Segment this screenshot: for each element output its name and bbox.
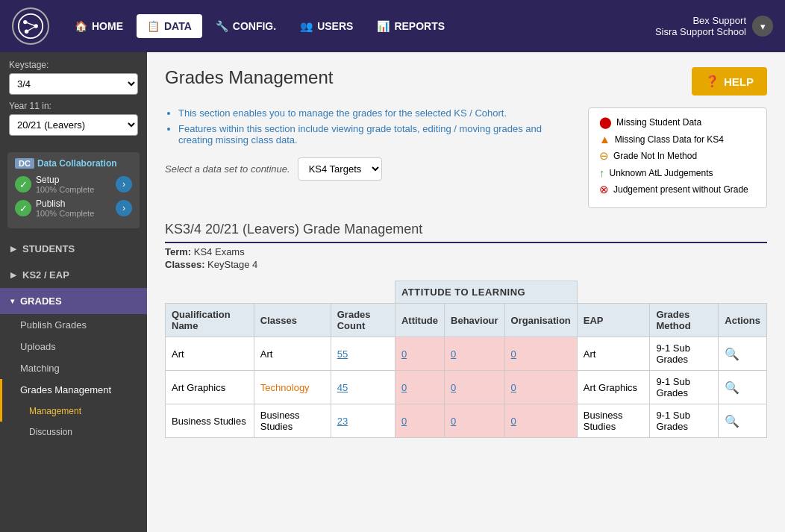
main-content: Grades Management ❓ HELP This section en… — [147, 52, 785, 532]
dc-publish-arrow[interactable]: › — [116, 200, 132, 216]
cell-eap-1: Art Graphics — [577, 371, 650, 404]
legend-unknown-atl-icon: ↑ — [599, 166, 605, 179]
sidebar-sub-discussion[interactable]: Discussion — [0, 422, 147, 442]
col-behaviour: Behaviour — [445, 304, 505, 337]
col-attitude: Attitude — [395, 304, 444, 337]
dataset-label: Select a data set to continue. — [165, 163, 290, 175]
cell-actions-0: 🔍 — [719, 337, 767, 371]
nav-items: 🏠 HOME 📋 DATA 🔧 CONFIG. 👥 USERS 📊 REPORT… — [64, 14, 655, 38]
legend-grade-not-in-method-icon: ⊖ — [599, 149, 609, 163]
table-row: Business Studies Business Studies 23 0 0… — [166, 404, 767, 438]
info-bullets: This section enables you to manage the g… — [165, 107, 573, 145]
col-classes: Classes — [254, 304, 331, 337]
cell-qual-1: Art Graphics — [166, 371, 254, 404]
dc-publish-label: Publish — [36, 198, 94, 209]
cell-behaviour-0: 0 — [445, 337, 505, 371]
help-button[interactable]: ❓ HELP — [692, 67, 767, 96]
dc-setup-label: Setup — [36, 175, 94, 185]
atl-header: ATTITUDE TO LEARNING — [395, 281, 577, 304]
col-grades-method: Grades Method — [650, 304, 719, 337]
info-row: This section enables you to manage the g… — [165, 107, 767, 208]
col-qual-name: Qualification Name — [166, 304, 254, 337]
nav-reports[interactable]: 📊 REPORTS — [366, 14, 455, 38]
sidebar-sub-grades-management[interactable]: Grades Management — [0, 379, 147, 401]
sidebar-sub-management[interactable]: Management — [0, 401, 147, 422]
keystage-label: Keystage: — [9, 60, 138, 70]
sidebar: Keystage: 3/4 Year 11 in: 20/21 (Leavers… — [0, 52, 147, 532]
svg-line-5 — [27, 26, 37, 31]
grades-tri-icon: ▾ — [10, 297, 14, 305]
svg-point-0 — [19, 14, 43, 38]
students-tri-icon: ▶ — [10, 245, 16, 253]
users-icon: 👥 — [300, 20, 313, 32]
legend-missing-student-icon: ⬤ — [599, 116, 612, 129]
year-select[interactable]: 20/21 (Leavers) — [9, 114, 138, 136]
sidebar-sub-matching[interactable]: Matching — [0, 357, 147, 379]
dc-setup-arrow[interactable]: › — [116, 176, 132, 193]
user-menu-button[interactable]: ▾ — [752, 16, 773, 37]
home-icon: 🏠 — [75, 20, 87, 32]
col-organisation: Organisation — [504, 304, 577, 337]
top-nav: 🏠 HOME 📋 DATA 🔧 CONFIG. 👥 USERS 📊 REPORT… — [0, 0, 785, 52]
page-header: Grades Management ❓ HELP — [165, 67, 767, 96]
bullet-2: Features within this section include vie… — [178, 123, 573, 145]
svg-point-3 — [25, 30, 28, 34]
dc-setup-item: ✓ Setup 100% Complete › — [15, 175, 132, 194]
cell-grades-count-0: 55 — [331, 337, 395, 371]
legend-missing-student: ⬤ Missing Student Data — [599, 116, 756, 129]
cell-classes-2: Business Studies — [254, 404, 331, 438]
table-row: Art Art 55 0 0 0 Art 9-1 Sub Grades 🔍 — [166, 337, 767, 371]
cell-qual-2: Business Studies — [166, 404, 254, 438]
cell-grades-method-1: 9-1 Sub Grades — [650, 371, 719, 404]
sidebar-item-grades[interactable]: ▾ GRADES — [0, 288, 147, 314]
section-title: KS3/4 20/21 (Leavers) Grade Management — [165, 222, 767, 243]
bullet-1: This section enables you to manage the g… — [178, 107, 573, 119]
cell-attitude-0: 0 — [395, 337, 444, 371]
cell-actions-2: 🔍 — [719, 404, 767, 438]
sidebar-item-students[interactable]: ▶ STUDENTS — [0, 236, 147, 262]
cell-grades-method-0: 9-1 Sub Grades — [650, 337, 719, 371]
sidebar-item-ks2eap[interactable]: ▶ KS2 / EAP — [0, 262, 147, 288]
cell-qual-0: Art — [166, 337, 254, 371]
col-grades-count: Grades Count — [331, 304, 395, 337]
nav-users[interactable]: 👥 USERS — [290, 14, 363, 38]
sidebar-sub-publish-grades[interactable]: Publish Grades — [0, 314, 147, 336]
cell-classes-1: Technology — [254, 371, 331, 404]
help-icon: ❓ — [705, 75, 719, 88]
nav-user: Bex Support Sisra Support School ▾ — [655, 15, 773, 37]
dc-publish-check: ✓ — [15, 200, 31, 216]
legend-unknown-atl: ↑ Unknown AtL Judgements — [599, 166, 756, 179]
legend-missing-class-icon: ▲ — [599, 133, 610, 145]
cell-behaviour-1: 0 — [445, 371, 505, 404]
dc-box: DC Data Collaboration ✓ Setup 100% Compl… — [7, 152, 140, 228]
cell-classes-0: Art — [254, 337, 331, 371]
legend-judgement-without-grade: ⊗ Judgement present without Grade — [599, 183, 756, 196]
config-icon: 🔧 — [216, 20, 228, 32]
search-action-button-2[interactable]: 🔍 — [725, 414, 739, 428]
legend-box: ⬤ Missing Student Data ▲ Missing Class D… — [588, 107, 767, 208]
table-row: Art Graphics Technology 45 0 0 0 Art Gra… — [166, 371, 767, 404]
search-action-button-0[interactable]: 🔍 — [725, 347, 739, 361]
cell-behaviour-2: 0 — [445, 404, 505, 438]
search-action-button-1[interactable]: 🔍 — [725, 381, 739, 395]
dataset-select[interactable]: KS4 Targets — [298, 157, 382, 181]
dc-publish-sub: 100% Complete — [36, 209, 94, 218]
nav-home[interactable]: 🏠 HOME — [64, 14, 134, 38]
cell-attitude-1: 0 — [395, 371, 444, 404]
dc-setup-sub: 100% Complete — [36, 185, 94, 194]
year-label: Year 11 in: — [9, 101, 138, 111]
cell-eap-0: Art — [577, 337, 650, 371]
nav-data[interactable]: 📋 DATA — [137, 14, 202, 38]
legend-judgement-without-grade-icon: ⊗ — [599, 183, 609, 196]
legend-missing-class: ▲ Missing Class Data for KS4 — [599, 133, 756, 145]
dataset-row: Select a data set to continue. KS4 Targe… — [165, 157, 573, 181]
data-icon: 📋 — [147, 20, 160, 32]
sidebar-sub-uploads[interactable]: Uploads — [0, 336, 147, 357]
keystage-select[interactable]: 3/4 — [9, 73, 138, 95]
term-line: Term: KS4 Exams — [165, 246, 767, 257]
ks2eap-tri-icon: ▶ — [10, 271, 16, 279]
col-actions: Actions — [719, 304, 767, 337]
nav-config[interactable]: 🔧 CONFIG. — [205, 14, 287, 38]
school-name: Sisra Support School — [655, 26, 746, 37]
classes-line: Classes: KeyStage 4 — [165, 259, 767, 270]
